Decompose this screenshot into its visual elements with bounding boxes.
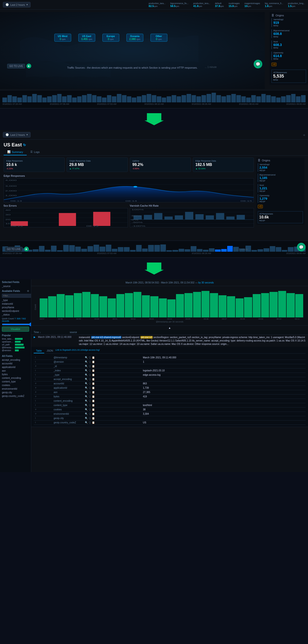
sidebar-field-_type[interactable]: _type [0, 298, 31, 302]
copy-icon[interactable]: 📋 [92, 378, 95, 380]
field-actions[interactable]: 🔍 Q 📋 [83, 408, 141, 412]
filter-include-icon[interactable]: 🔍 [85, 386, 88, 389]
settings-icon[interactable]: ⚙ [27, 290, 29, 292]
filter-exclude-icon[interactable]: Q [89, 395, 91, 398]
copy-icon[interactable]: 📋 [92, 365, 95, 368]
filter-exclude-icon[interactable]: Q [89, 369, 91, 372]
filter-exclude-icon[interactable]: Q [89, 374, 91, 376]
detail-link[interactable]: Link to /logstash-2021.03.10/edge-access… [56, 349, 100, 353]
copy-icon[interactable]: 📋 [92, 408, 95, 411]
filter-include-icon[interactable]: 🔍 [85, 400, 88, 402]
copy-icon[interactable]: 📋 [92, 374, 95, 376]
filter-exclude-icon[interactable]: Q [89, 391, 91, 394]
go-to-live-button[interactable]: GO TO LIVE [7, 64, 25, 68]
field-actions[interactable]: 🔍 Q 📋 [83, 386, 141, 390]
copy-icon[interactable]: 📋 [92, 386, 95, 389]
copy-icon[interactable]: 📋 [92, 369, 95, 372]
filter-include-icon[interactable]: 🔍 [85, 369, 88, 372]
filter-exclude-icon[interactable]: Q [89, 408, 91, 411]
s2-go-to-live-button[interactable]: GO TO LIVE [5, 247, 23, 252]
filter-include-icon[interactable]: 🔍 [85, 374, 88, 376]
all-field-accept_encoding[interactable]: accept_encoding [0, 358, 31, 362]
sidebar-field-_status[interactable]: _status [0, 313, 31, 316]
field-actions[interactable]: 🔍 Q 📋 [83, 368, 141, 373]
collapse-button[interactable]: ▲ [31, 325, 308, 330]
all-field-applicationId[interactable]: applicationId [0, 365, 31, 369]
copy-icon[interactable]: 📋 [92, 421, 95, 424]
tab-logs[interactable]: ☰ Logs [27, 149, 43, 155]
sidebar-field-proxyName[interactable]: proxyName [0, 306, 31, 309]
sidebar-search-input[interactable] [2, 294, 31, 298]
filter-exclude-icon[interactable]: Q [89, 412, 91, 415]
node-us-east[interactable]: US East3,455 rpm [78, 34, 95, 42]
refresh-icon[interactable]: ↻ [23, 143, 26, 147]
all-field-asn[interactable]: asn [0, 369, 31, 372]
copy-icon[interactable]: 📋 [92, 391, 95, 394]
popular-field-_timestamp[interactable]: @timestamp [0, 346, 31, 349]
date-range-link[interactable]: by 30 seconds [198, 281, 214, 284]
filter-include-icon[interactable]: 🔍 [85, 356, 88, 359]
filter-exclude-icon[interactable]: Q [89, 382, 91, 385]
copy-icon[interactable]: 📋 [92, 395, 95, 398]
copy-icon[interactable]: 📋 [92, 356, 95, 359]
filter-exclude-icon[interactable]: Q [89, 365, 91, 368]
filter-include-icon[interactable]: 🔍 [85, 378, 88, 380]
quick-count-slider[interactable] [2, 324, 31, 325]
s2-time-selector[interactable]: 🕐 Last 2 hours ▾ [3, 132, 30, 138]
filter-exclude-icon[interactable]: Q [89, 404, 91, 406]
copy-icon[interactable]: 📋 [92, 412, 95, 415]
sidebar-field-instanceId[interactable]: instanceId [0, 302, 31, 306]
field-actions[interactable]: 🔍 Q 📋 [83, 356, 141, 360]
all-field-accountId[interactable]: accountId [0, 362, 31, 365]
all-field-content_encoding[interactable]: content_encoding [0, 376, 31, 380]
node-other[interactable]: Other0 rpm [151, 34, 167, 42]
filter-include-icon[interactable]: 🔍 [85, 404, 88, 406]
copy-icon[interactable]: 📋 [92, 360, 95, 363]
filter-exclude-icon[interactable]: Q [89, 386, 91, 389]
node-us-west[interactable]: US West0 rpm [54, 34, 71, 42]
filter-exclude-icon[interactable]: Q [89, 360, 91, 363]
filter-include-icon[interactable]: 🔍 [85, 382, 88, 385]
popular-field-upstream_status[interactable]: upstream_status [0, 340, 31, 343]
field-actions[interactable]: 🔍 Q 📋 [83, 360, 141, 364]
log-entry-row[interactable]: ▶ March 10th 2021, 09:11:40.000 instance… [31, 335, 308, 347]
filter-include-icon[interactable]: 🔍 [85, 412, 88, 415]
copy-icon[interactable]: 📋 [92, 404, 95, 406]
all-field-geoip_city[interactable]: geoip.city [0, 391, 31, 394]
tab-summary[interactable]: 📊 Summary [3, 149, 27, 155]
field-actions[interactable]: 🔍 Q 📋 [83, 394, 141, 399]
sidebar-field-sectionEndpoint[interactable]: sectionEndpoint [0, 309, 31, 313]
visualize-button[interactable]: Visualize [2, 326, 29, 332]
s2-chat-icon[interactable]: 💬 [297, 243, 306, 252]
origins-plus-more[interactable]: +4 [272, 62, 277, 66]
field-actions[interactable]: 🔍 Q 📋 [83, 377, 141, 382]
expand-icon[interactable]: ▶ [34, 336, 36, 346]
s2-play-button[interactable]: ▶ [24, 246, 29, 252]
filter-exclude-icon[interactable]: Q [89, 421, 91, 424]
filter-include-icon[interactable]: 🔍 [85, 391, 88, 394]
filter-include-icon[interactable]: 🔍 [85, 408, 88, 411]
all-field-bytes[interactable]: bytes [0, 372, 31, 376]
field-actions[interactable]: 🔍 Q 📋 [83, 373, 141, 377]
detail-tab-json[interactable]: JSON [44, 349, 56, 353]
chat-icon[interactable]: 💬 [254, 60, 262, 68]
all-field-environmentId[interactable]: environmentId [0, 387, 31, 391]
filter-include-icon[interactable]: 🔍 [85, 365, 88, 368]
field-actions[interactable]: 🔍 Q 📋 [83, 364, 141, 368]
quick-count-icon[interactable]: ? [14, 318, 16, 320]
field-actions[interactable]: 🔍 Q 📋 [83, 416, 141, 420]
field-actions[interactable]: 🔍 Q 📋 [83, 420, 141, 425]
field-actions[interactable]: 🔍 Q 📋 [83, 382, 141, 386]
detail-tab-table[interactable]: Table [34, 349, 44, 353]
popular-field-time_taken_ms[interactable]: time_taken_ms [0, 338, 31, 340]
popular-field-_version[interactable]: @version [0, 349, 31, 352]
filter-exclude-icon[interactable]: Q [89, 356, 91, 359]
filter-include-icon[interactable]: 🔍 [85, 421, 88, 424]
field-actions[interactable]: 🔍 Q 📋 [83, 403, 141, 408]
copy-icon[interactable]: 📋 [92, 417, 95, 420]
time-selector[interactable]: 🕐 Last 2 hours ▾ [3, 2, 30, 8]
s2-origins-plus-more[interactable]: +5 [258, 205, 263, 208]
filter-exclude-icon[interactable]: Q [89, 400, 91, 402]
collapse-icon[interactable]: « [303, 133, 305, 137]
all-field-content_type[interactable]: content_type [0, 380, 31, 384]
